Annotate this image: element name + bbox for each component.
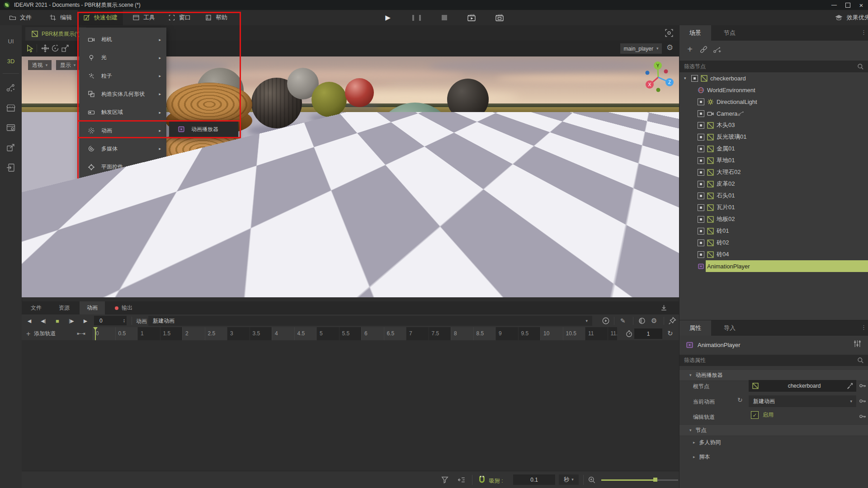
visibility-toggle[interactable] [698, 251, 704, 258]
visibility-toggle[interactable] [698, 110, 704, 117]
move-tool-icon[interactable] [41, 44, 50, 53]
menu-item-4[interactable]: 构造实体几何形状 ▸ [79, 85, 166, 103]
tree-row-砖02[interactable]: 砖02 [679, 237, 868, 249]
playhead[interactable] [95, 327, 96, 340]
tree-row-皮革02[interactable]: 皮革02 [679, 178, 868, 190]
visibility-toggle[interactable] [698, 157, 704, 164]
stop-animation-button[interactable]: ■ [52, 314, 63, 327]
menu-item-animation-player[interactable]: 动画播放器 [169, 120, 238, 138]
play-custom-scene-button[interactable] [494, 13, 506, 23]
visibility-toggle[interactable] [698, 216, 704, 223]
render-mode-dropdown[interactable]: 效果优先▾ [845, 13, 868, 23]
focus-viewport-icon[interactable] [665, 28, 674, 38]
step-forward-button[interactable]: |▶ [66, 314, 77, 327]
zoom-slider-handle[interactable] [653, 478, 657, 482]
section-node[interactable]: ▾ 节点 [679, 424, 868, 436]
key-icon[interactable] [859, 413, 867, 420]
current-animation-dropdown[interactable]: 新建动画 ▾ [749, 395, 856, 407]
menu-help[interactable]: 帮助 [199, 10, 233, 25]
visibility-toggle[interactable] [698, 99, 704, 105]
panel-menu-icon[interactable]: ⋮ [861, 29, 867, 36]
scene-tab[interactable]: PBR材质展示(*) [25, 27, 86, 41]
tree-row-木头03[interactable]: 木头03 [679, 119, 868, 131]
viewport-settings-gear-icon[interactable]: ⚙ [666, 43, 673, 52]
clear-icon[interactable] [846, 383, 853, 389]
tree-row-地板02[interactable]: 地板02 [679, 213, 868, 225]
menu-item-3[interactable]: 粒子 ▸ [79, 67, 166, 85]
menu-edit[interactable]: 编辑 [44, 10, 77, 25]
add-node-button[interactable]: + [685, 44, 695, 54]
section-collaboration[interactable]: ▸ 多人协同 [693, 439, 721, 446]
visibility-toggle[interactable] [698, 181, 704, 188]
perspective-dropdown[interactable]: 透视▾ [28, 60, 52, 70]
step-back-button[interactable]: ◀| [38, 314, 49, 327]
tree-row-草地01[interactable]: 草地01 [679, 155, 868, 166]
visibility-toggle[interactable] [698, 192, 704, 199]
tab-node[interactable]: 节点 [714, 25, 745, 41]
tab-import[interactable]: 导入 [714, 320, 745, 336]
display-dropdown[interactable]: 显示▾ [56, 60, 80, 70]
tree-row-反光玻璃01[interactable]: 反光玻璃01 [679, 131, 868, 143]
sidebar-tab-ui[interactable]: UI [0, 33, 22, 49]
tab-properties[interactable]: 属性 [679, 320, 711, 336]
menu-item-1[interactable]: 相机 ▸ [79, 30, 166, 49]
tab-animation[interactable]: 动画 [80, 301, 105, 314]
add-track-button[interactable]: + 添加轨道 [26, 327, 56, 340]
animation-settings-gear-icon[interactable]: ⚙ [651, 317, 657, 325]
animation-length-input[interactable]: 1 [634, 328, 662, 339]
sidebar-tab-3d[interactable]: 3D [0, 53, 22, 69]
node-graph-icon[interactable] [6, 83, 16, 93]
onion-skin-icon[interactable] [638, 317, 646, 325]
loop-icon[interactable]: ↻ [667, 329, 673, 338]
snap-magnet-icon[interactable] [477, 475, 486, 484]
project-settings-icon[interactable] [6, 123, 16, 133]
tree-row-AnimationPlayer[interactable]: AnimationPlayer [679, 260, 868, 272]
learning-mode-button[interactable] [833, 13, 844, 23]
timeline-tracks-area[interactable] [22, 340, 679, 488]
pin-panel-icon[interactable] [668, 317, 676, 325]
visibility-toggle[interactable] [698, 228, 704, 235]
visibility-toggle[interactable] [691, 75, 698, 82]
visibility-toggle[interactable] [698, 145, 704, 152]
go-to-start-button[interactable]: ◀ [24, 314, 35, 327]
menu-quick-create[interactable]: 快速创建 [78, 10, 123, 25]
section-script[interactable]: ▸ 脚本 [693, 453, 710, 461]
key-icon[interactable] [859, 382, 867, 389]
reset-icon[interactable]: ↻ [737, 396, 743, 404]
edit-track-field[interactable]: ✓ 启用 [751, 411, 774, 419]
menu-item-7[interactable]: 多媒体 ▸ [79, 140, 166, 158]
play-animation-button[interactable]: ▶ [80, 314, 91, 327]
visibility-toggle[interactable] [698, 169, 704, 176]
camera-preview-dropdown[interactable]: main_player▾ [620, 43, 662, 54]
minimize-button[interactable]: — [827, 0, 841, 10]
timeline-zoom-slider[interactable] [601, 479, 654, 481]
menu-item-6[interactable]: 动画 ▸ [79, 122, 166, 140]
scale-tool-icon[interactable] [61, 44, 70, 53]
snap-value-input[interactable]: 0.1 [513, 474, 555, 485]
center-playhead-icon[interactable]: ⇤⇥ [77, 331, 85, 337]
tab-output[interactable]: 输出 [108, 301, 140, 314]
instance-node-icon[interactable] [713, 45, 722, 54]
filter-tracks-icon[interactable] [441, 476, 449, 484]
menu-item-5[interactable]: 触发区域 ▸ [79, 103, 166, 122]
asset-store-icon[interactable] [6, 103, 16, 113]
visibility-toggle[interactable] [698, 204, 704, 211]
filter-properties-search[interactable]: 筛选属性 [679, 355, 868, 366]
key-icon[interactable] [859, 397, 867, 405]
menu-item-9[interactable]: 环境 ▸ [79, 176, 166, 194]
animation-select[interactable]: 新建动画 ▾ [148, 316, 592, 326]
panel-menu-icon[interactable]: ⋮ [861, 324, 867, 331]
visibility-toggle[interactable] [698, 122, 704, 129]
tree-row-大理石02[interactable]: 大理石02 [679, 166, 868, 178]
tree-row-WorldEnvironment[interactable]: WorldEnvironment [679, 84, 868, 96]
edit-animation-icon[interactable]: ✎ [620, 317, 626, 324]
select-tool-icon[interactable] [26, 44, 35, 53]
section-animation-player[interactable]: ▾ 动画播放器 [679, 369, 868, 381]
tab-resources[interactable]: 资源 [52, 301, 77, 314]
link-node-icon[interactable] [699, 45, 708, 54]
tree-row-DirectionalLight[interactable]: DirectionalLight [679, 96, 868, 108]
close-button[interactable]: × [854, 0, 868, 10]
tab-scene[interactable]: 场景 [679, 25, 711, 41]
menu-item-2[interactable]: 光 ▸ [79, 48, 166, 67]
expander-icon[interactable]: ▾ [684, 76, 689, 80]
